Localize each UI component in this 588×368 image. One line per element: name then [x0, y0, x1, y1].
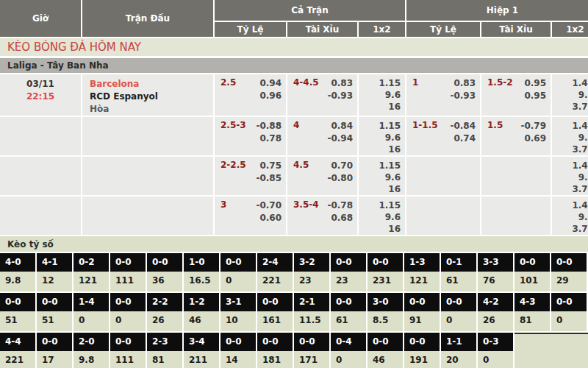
score-odds[interactable]: 10: [220, 311, 256, 331]
score-column: 0-0161: [257, 293, 294, 333]
score-label: 4-0: [0, 253, 35, 272]
h1-handicap-cell[interactable]: 10.83-0.93: [406, 74, 480, 116]
h1-1x2-cell[interactable]: 1.429.23.75: [552, 74, 588, 116]
ft-overunder-cell[interactable]: 40.84-0.94: [287, 117, 357, 155]
score-odds[interactable]: 111: [110, 351, 146, 368]
score-odds[interactable]: 61: [331, 311, 366, 331]
h1-overunder-cell[interactable]: 1.5-20.950.95: [481, 74, 551, 116]
score-label: 2-4: [257, 253, 293, 272]
h1-overunder-cell[interactable]: [481, 157, 551, 195]
score-column: [551, 333, 588, 368]
score-odds[interactable]: 9.8: [74, 351, 109, 368]
score-odds[interactable]: 211: [184, 351, 219, 368]
score-label: 0-0: [147, 253, 182, 272]
score-odds[interactable]: 0: [441, 311, 476, 331]
ft-1x2-cell[interactable]: 1.159.616: [359, 74, 405, 116]
ft-handicap-cell-line: 2-2.5: [220, 160, 246, 170]
score-odds[interactable]: 161: [257, 311, 293, 331]
score-odds[interactable]: 0: [331, 351, 366, 368]
score-odds[interactable]: 231: [368, 272, 403, 291]
match-cell: [82, 117, 213, 155]
h1-1x2-cell-odds: 1.429.23.75: [552, 157, 588, 195]
score-odds[interactable]: 191: [404, 351, 440, 368]
score-odds[interactable]: 0: [551, 311, 587, 331]
h1-1x2-cell[interactable]: 1.429.23.75: [552, 197, 588, 235]
time-cell: 03/1122:15: [0, 74, 81, 116]
score-odds[interactable]: 0: [478, 351, 513, 368]
h1-handicap-cell[interactable]: [406, 197, 480, 235]
h1-overunder-cell[interactable]: [481, 197, 551, 235]
score-odds[interactable]: 0: [220, 272, 256, 291]
score-odds[interactable]: 51: [0, 311, 35, 331]
score-label: 2-2: [147, 293, 182, 311]
score-odds[interactable]: 81: [147, 351, 182, 368]
score-odds[interactable]: 12: [37, 272, 72, 291]
score-odds[interactable]: 23: [294, 272, 329, 291]
score-odds[interactable]: 29: [551, 272, 587, 291]
score-column: 2-111.5: [294, 293, 331, 333]
odds-value: 0.75: [259, 160, 282, 172]
score-odds[interactable]: 121: [404, 272, 440, 291]
score-column: 0-0171: [294, 333, 331, 368]
odds-value: -0.85: [256, 172, 282, 185]
ft-overunder-cell[interactable]: 4.50.70-0.80: [287, 157, 357, 195]
ft-handicap-cell[interactable]: 2.50.940.96: [215, 74, 286, 116]
score-odds[interactable]: 46: [368, 351, 403, 368]
h1-handicap-cell-line: 1-1.5: [412, 120, 438, 130]
score-column: 0-40: [331, 333, 368, 368]
score-odds[interactable]: 81: [514, 311, 550, 331]
score-odds[interactable]: 26: [147, 311, 182, 331]
h1-1x2-cell[interactable]: 1.429.23.75: [552, 157, 588, 195]
score-odds[interactable]: 221: [0, 351, 35, 368]
ft-handicap-cell[interactable]: 3-0.700.60: [215, 197, 286, 235]
score-odds[interactable]: 14: [220, 351, 256, 368]
score-odds[interactable]: 76: [478, 272, 513, 291]
score-odds[interactable]: 0: [110, 311, 146, 331]
score-column: 4-112: [37, 253, 74, 293]
score-odds[interactable]: 26: [478, 311, 513, 331]
score-odds[interactable]: 46: [184, 311, 219, 331]
score-odds[interactable]: 20: [441, 351, 476, 368]
h1-1x2-cell[interactable]: 1.429.23.75: [552, 117, 588, 155]
h1-overunder-cell-line: 1.5-2: [487, 77, 513, 88]
score-odds[interactable]: 101: [514, 272, 550, 291]
match-cell[interactable]: BarcelonaRCD EspanyolHòa: [82, 74, 213, 116]
league-title: Laliga - Tây Ban Nha: [0, 58, 588, 73]
ft-overunder-cell-line: 4.5: [293, 160, 309, 170]
ft-handicap-cell[interactable]: 2.5-3-0.880.78: [215, 117, 286, 155]
ft-overunder-cell[interactable]: 4-4.50.83-0.93: [287, 74, 357, 116]
score-odds[interactable]: 111: [110, 272, 146, 291]
score-odds[interactable]: 11.5: [294, 311, 329, 331]
score-odds[interactable]: 51: [37, 311, 72, 331]
odds-value: 16: [388, 144, 401, 155]
score-odds[interactable]: 36: [147, 272, 182, 291]
ft-1x2-cell[interactable]: 1.159.616: [359, 157, 405, 195]
score-column: 0-0231: [368, 253, 404, 293]
score-label: 4-3: [514, 293, 550, 311]
ft-1x2-cell[interactable]: 1.159.616: [359, 197, 405, 235]
ft-1x2-cell[interactable]: 1.159.616: [359, 117, 405, 155]
score-odds[interactable]: 91: [404, 311, 440, 331]
odds-value: 16: [388, 101, 401, 113]
score-odds[interactable]: 171: [294, 351, 329, 368]
ft-overunder-cell[interactable]: 3.5-4-0.780.68: [287, 197, 357, 235]
odds-value: 1.42: [572, 77, 588, 89]
score-odds[interactable]: 121: [74, 272, 109, 291]
odds-value: -0.78: [327, 199, 353, 212]
h1-handicap-cell[interactable]: 1-1.5-0.840.74: [406, 117, 480, 155]
h1-overunder-cell[interactable]: 1.5-0.790.69: [481, 117, 551, 155]
ft-handicap-cell[interactable]: 2-2.50.75-0.85: [215, 157, 286, 195]
score-odds[interactable]: 16.5: [184, 272, 219, 291]
score-odds[interactable]: 0: [74, 311, 109, 331]
score-odds[interactable]: 9.8: [0, 272, 35, 291]
score-odds[interactable]: 221: [257, 272, 293, 291]
score-column: 1-016.5: [184, 253, 220, 293]
h1-handicap-cell[interactable]: [406, 157, 480, 195]
score-odds[interactable]: 17: [37, 351, 72, 368]
score-label: 4-2: [478, 293, 513, 311]
score-odds[interactable]: 23: [331, 272, 366, 291]
score-odds[interactable]: 61: [441, 272, 476, 291]
score-odds[interactable]: 181: [257, 351, 293, 368]
score-odds[interactable]: 8.5: [368, 311, 403, 331]
score-label: 0-0: [110, 293, 146, 311]
